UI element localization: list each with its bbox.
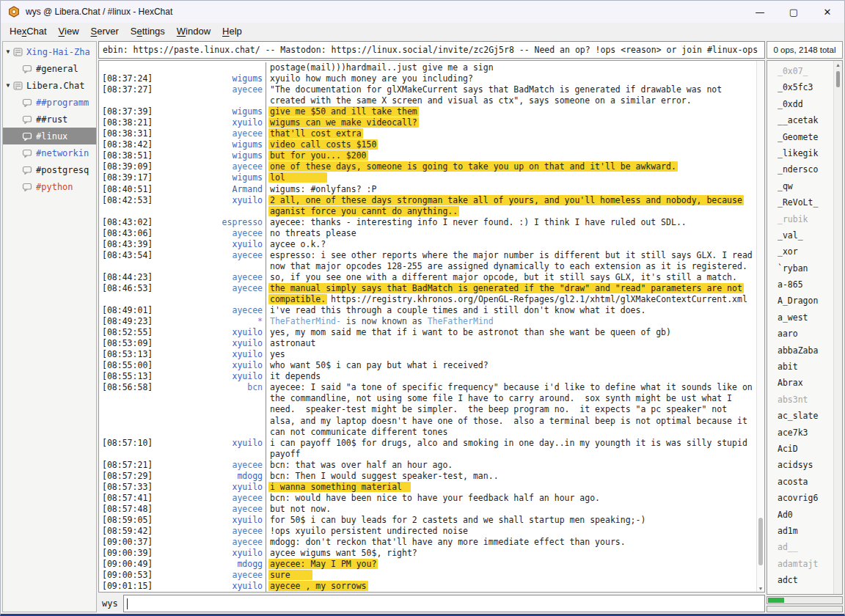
user-list-item[interactable]: _0xdd (767, 96, 833, 112)
menu-server[interactable]: Server (85, 24, 125, 38)
nick[interactable]: * (257, 316, 263, 327)
user-list-item[interactable]: AciD (767, 441, 833, 457)
user-list-item[interactable]: `ryban (767, 260, 833, 276)
maximize-button[interactable]: ▢ (777, 1, 811, 23)
user-list-item[interactable]: abs3nt (767, 392, 833, 408)
nick[interactable]: ayecee (232, 272, 263, 283)
menu-settings[interactable]: Settings (125, 24, 171, 38)
user-list-item[interactable]: _rubik (767, 211, 833, 227)
user-list-item[interactable]: _0x5fc3 (767, 79, 833, 95)
sidebar-item-python[interactable]: #python (3, 178, 96, 195)
sidebar-item-programm[interactable]: ##programm (3, 94, 96, 111)
user-list-item[interactable]: A_Dragon (767, 293, 833, 309)
user-list-item[interactable]: abbaZaba (767, 342, 833, 359)
nick[interactable]: xyuilo (232, 327, 263, 338)
nick[interactable]: xyuilo (232, 349, 263, 360)
menu-hexchat[interactable]: HexChat (4, 24, 53, 38)
user-list-item[interactable]: _ReVoLt_ (767, 194, 833, 210)
sidebar-item-liberachat[interactable]: ▼Libera.Chat (3, 77, 96, 94)
user-list-item[interactable]: acovrig6 (767, 490, 833, 506)
nick[interactable]: wigums (232, 106, 263, 117)
nick[interactable]: ayecee (232, 526, 263, 537)
menu-window[interactable]: Window (171, 24, 216, 38)
user-list-item[interactable]: _0x07_ (767, 63, 833, 79)
user-list-item[interactable]: a_west (767, 309, 833, 326)
nick[interactable]: xyuilo (232, 117, 263, 128)
tree-expander-icon[interactable]: ▼ (3, 82, 13, 89)
user-list-item[interactable]: acidsys (767, 457, 833, 473)
user-list-item[interactable]: ace7k3 (767, 425, 833, 441)
user-list-item[interactable]: adamtajt (767, 556, 833, 572)
chat-scrollbar[interactable]: ▼ (756, 61, 764, 592)
userlist-scrollbar-thumb[interactable] (836, 71, 840, 87)
sidebar-item-rust[interactable]: ##rust (3, 111, 96, 128)
nick[interactable]: ayecee (232, 228, 263, 239)
tree-expander-icon[interactable]: ▼ (3, 48, 13, 55)
nick[interactable]: ayecee (232, 537, 263, 548)
userlist-scroll-up-icon[interactable]: ▲ (834, 62, 842, 67)
user-list-item[interactable]: acosta (767, 474, 833, 490)
sidebar-item-general[interactable]: #general (3, 60, 96, 77)
nick[interactable]: ayecee (232, 305, 263, 316)
nick[interactable]: xyuilo (232, 548, 263, 559)
nick[interactable]: mdogg (237, 471, 263, 482)
nick[interactable]: xyuilo (232, 195, 263, 206)
user-list-item[interactable]: a-865 (767, 276, 833, 293)
nick[interactable]: ayecee (232, 283, 263, 294)
nick[interactable]: ayecee (232, 493, 263, 504)
nick[interactable]: xyuilo (232, 438, 263, 449)
user-list-item[interactable]: _val_ (767, 227, 833, 243)
topic-input[interactable]: ebin: https://paste.linux.chat/ -- Masto… (98, 41, 765, 59)
nick[interactable]: wigums (232, 172, 263, 183)
nick[interactable]: wigums (232, 150, 263, 161)
user-list-item[interactable]: aaro (767, 326, 833, 342)
user-list-item[interactable]: _likegik (767, 145, 833, 161)
close-button[interactable]: ✕ (811, 1, 844, 23)
user-list-item[interactable]: _ndersco (767, 161, 833, 177)
user-list-item[interactable]: __acetak (767, 112, 833, 128)
nick[interactable]: wigums (232, 73, 263, 84)
nick[interactable]: wigums (232, 139, 263, 150)
nick[interactable]: mdogg (237, 559, 263, 570)
user-list-item[interactable]: ad1m (767, 523, 833, 539)
menu-view[interactable]: View (53, 24, 85, 38)
user-list-item[interactable]: abit (767, 359, 833, 375)
user-list-item[interactable]: _qw (767, 178, 833, 194)
sidebar-item-xinghaizha[interactable]: ▼Xing-Hai-Zha (3, 43, 96, 60)
nick[interactable]: xyuilo (232, 581, 263, 592)
nick[interactable]: ayecee (232, 570, 263, 581)
nick[interactable]: bcn (247, 382, 263, 393)
nick[interactable]: ayecee (232, 128, 263, 139)
sidebar-item-postgresq[interactable]: #postgresq (3, 161, 96, 178)
menu-help[interactable]: Help (216, 24, 248, 38)
chat-scrollbar-thumb[interactable] (758, 518, 763, 565)
nick[interactable]: ayecee (232, 250, 263, 261)
user-list-item[interactable]: adct (767, 572, 833, 588)
user-list-item[interactable]: Abrax (767, 375, 833, 391)
user-list-item[interactable]: _Geomete (767, 129, 833, 145)
nick[interactable]: Armand (232, 184, 263, 195)
nick[interactable]: ayecee (232, 161, 263, 172)
nick[interactable]: espresso (222, 217, 263, 228)
nick[interactable]: xyuilo (232, 515, 263, 526)
message-input[interactable] (123, 595, 765, 612)
userlist-scrollbar[interactable]: ▲ (833, 61, 842, 594)
user-list-item[interactable]: ad__ (767, 539, 833, 555)
user-list-item[interactable]: ac_slate (767, 408, 833, 424)
nick[interactable]: xyuilo (232, 482, 263, 493)
nick[interactable]: ayecee (232, 84, 263, 95)
nick[interactable]: ayecee (232, 504, 263, 515)
nick[interactable]: ayecee (232, 460, 263, 471)
sidebar-item-linux[interactable]: #linux (3, 128, 96, 144)
timestamp: [08:37:27] (102, 84, 153, 95)
user-list-item[interactable]: Ad0 (767, 507, 833, 523)
minimize-button[interactable]: — (743, 1, 777, 23)
user-list-item[interactable]: _xor (767, 243, 833, 260)
chat-scroll-down-icon[interactable]: ▼ (757, 586, 764, 591)
sidebar-item-networkin[interactable]: #networkin (3, 144, 96, 161)
nick[interactable]: xyuilo (232, 360, 263, 371)
nick[interactable]: xyuilo (232, 371, 263, 382)
nick[interactable]: xyuilo (232, 338, 263, 349)
nick[interactable]: xyuilo (232, 239, 263, 250)
own-nick-label[interactable]: wys (98, 598, 123, 609)
